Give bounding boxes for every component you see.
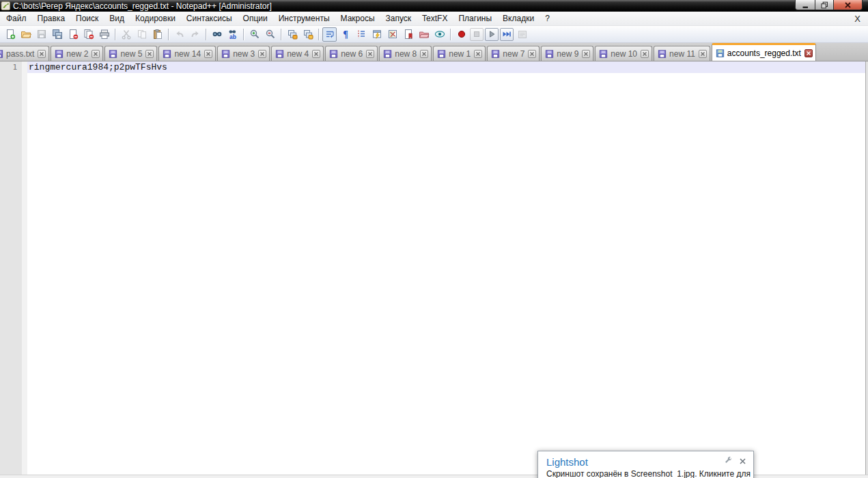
menu-item-item[interactable]: Синтаксисы (181, 12, 238, 25)
menu-item-item[interactable]: Кодировки (130, 12, 181, 25)
macro-stop-icon (471, 29, 482, 40)
folder-as-workspace-button[interactable] (417, 27, 431, 42)
menu-item-item[interactable]: Макросы (335, 12, 380, 25)
zoom-out-button[interactable] (263, 27, 277, 42)
toolbar: ab¶ (0, 26, 868, 43)
menu-item-item[interactable]: Запуск (380, 12, 417, 25)
menubar-close-document-button[interactable]: X (854, 14, 860, 24)
tab-close-icon[interactable] (699, 50, 707, 58)
word-wrap-button[interactable] (322, 27, 337, 42)
new-file-button[interactable] (3, 27, 17, 42)
macro-record-button[interactable] (454, 27, 468, 42)
lightshot-popup[interactable]: Lightshot Скриншот сохранён в Screenshot… (537, 451, 754, 478)
tab-new-3[interactable]: new 3 (217, 46, 270, 61)
line-number: 1 (0, 61, 22, 73)
floppy-modified-icon (162, 48, 172, 59)
tab-new-10[interactable]: new 10 (595, 46, 652, 61)
tab-close-icon[interactable] (366, 50, 374, 58)
copy-button (135, 27, 149, 42)
macro-run-multiple-button[interactable] (500, 28, 514, 41)
menu-item-textfx[interactable]: TextFX (417, 12, 453, 25)
line-text[interactable]: ringmercura1984;p2pwTFsHvs (27, 61, 865, 73)
tab-new-8[interactable]: new 8 (379, 46, 432, 61)
title-bar: C:\bots\Регер Яндекс\accounts_regged.txt… (0, 0, 868, 12)
menu-item-item[interactable]: Файл (1, 12, 32, 25)
tab-new-6[interactable]: new 6 (325, 46, 378, 61)
tab-new-11[interactable]: new 11 (654, 46, 710, 61)
sync-vertical-scroll-button[interactable] (285, 27, 299, 42)
tab-accounts-regged-txt[interactable]: accounts_regged.txt (712, 43, 816, 61)
replace-button[interactable]: ab (225, 27, 240, 42)
macro-save-icon (517, 29, 528, 40)
tab-pass-txt[interactable]: pass.txt (0, 46, 49, 61)
tab-close-icon[interactable] (582, 50, 590, 58)
folder-as-workspace-icon (419, 29, 430, 40)
open-file-button[interactable] (18, 27, 33, 42)
tab-label: new 11 (669, 49, 695, 59)
close-all-button[interactable] (81, 27, 96, 42)
svg-text:¶: ¶ (343, 29, 348, 40)
tab-close-icon[interactable] (474, 50, 482, 58)
tab-new-14[interactable]: new 14 (158, 46, 216, 61)
find-button[interactable] (210, 27, 224, 42)
tab-close-icon[interactable] (145, 50, 154, 58)
minimize-button[interactable] (795, 0, 815, 10)
tab-close-icon[interactable] (204, 50, 212, 58)
tab-label: new 9 (557, 49, 578, 59)
tab-close-icon[interactable] (528, 50, 536, 58)
document-map-button[interactable] (385, 27, 400, 42)
indent-guide-button[interactable] (354, 27, 368, 42)
monitoring-eye-button[interactable] (432, 27, 447, 42)
close-icon[interactable] (739, 455, 746, 468)
tab-label: pass.txt (6, 49, 34, 59)
tab-close-icon[interactable] (804, 49, 813, 57)
show-all-characters-button[interactable]: ¶ (338, 27, 352, 42)
floppy-modified-icon (0, 48, 4, 59)
tab-new-4[interactable]: new 4 (271, 46, 324, 61)
tab-new-2[interactable]: new 2 (51, 46, 103, 61)
save-all-button[interactable] (50, 27, 64, 42)
menu-item-item[interactable]: Опции (238, 12, 273, 25)
user-defined-language-button[interactable] (369, 27, 384, 42)
sync-horizontal-scroll-button[interactable] (300, 27, 315, 42)
print-button[interactable] (97, 27, 111, 42)
menu-item-item[interactable]: Поиск (70, 12, 104, 25)
macro-play-button[interactable] (485, 28, 499, 41)
toolbar-separator (450, 29, 451, 40)
floppy-modified-icon (54, 48, 64, 59)
tab-new-9[interactable]: new 9 (541, 46, 593, 61)
tab-new-1[interactable]: new 1 (433, 46, 486, 61)
sync-horizontal-scroll-icon (303, 29, 313, 40)
menu-item-item[interactable]: Плагины (453, 12, 497, 25)
window-title: C:\bots\Регер Яндекс\accounts_regged.txt… (13, 1, 272, 11)
editor[interactable]: 1ringmercura1984;p2pwTFsHvs (0, 61, 868, 478)
tab-close-icon[interactable] (92, 50, 100, 58)
lightshot-title: Lightshot (546, 456, 588, 468)
menu-item-item[interactable]: Правка (32, 12, 71, 25)
restore-button[interactable] (815, 0, 834, 10)
function-list-button[interactable] (401, 27, 415, 42)
function-list-icon (403, 29, 414, 40)
tab-new-7[interactable]: new 7 (487, 46, 540, 61)
tab-new-5[interactable]: new 5 (104, 46, 157, 61)
menu-item-item[interactable]: Вкладки (497, 12, 540, 25)
menu-item-item[interactable]: Вид (104, 12, 130, 25)
code-line[interactable]: 1ringmercura1984;p2pwTFsHvs (0, 61, 868, 73)
tab-label: new 4 (287, 49, 309, 59)
tab-close-icon[interactable] (312, 50, 320, 58)
tab-close-icon[interactable] (38, 50, 46, 58)
replace-icon: ab (227, 29, 238, 40)
menu-item-item[interactable]: Инструменты (273, 12, 335, 25)
tab-close-icon[interactable] (420, 50, 428, 58)
close-all-icon (83, 29, 94, 40)
close-file-button[interactable] (66, 27, 80, 42)
close-button[interactable] (834, 0, 863, 10)
lightshot-message[interactable]: Скриншот сохранён в Screenshot_1.jpg. Кл… (538, 468, 753, 478)
tab-close-icon[interactable] (258, 50, 266, 58)
menu-item-item[interactable]: ? (540, 12, 555, 25)
macro-play-icon (486, 29, 497, 40)
zoom-in-button[interactable] (247, 27, 262, 42)
paste-button[interactable] (150, 27, 165, 42)
tab-close-icon[interactable] (641, 50, 649, 58)
wrench-icon[interactable] (724, 455, 733, 468)
